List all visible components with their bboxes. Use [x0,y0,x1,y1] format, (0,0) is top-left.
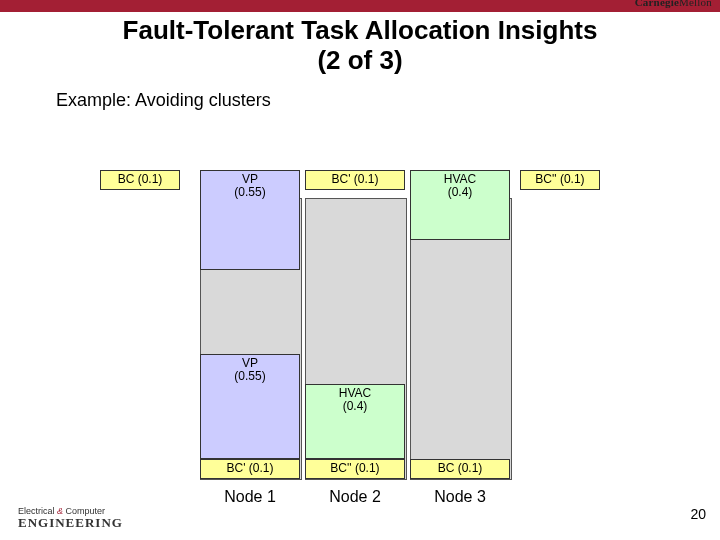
task-vp: VP (0.55) [200,170,300,270]
task-bc: BC (0.1) [100,170,180,190]
node3-bc: BC (0.1) [410,459,510,479]
task-bc2: BC'' (0.1) [520,170,600,190]
dept-line2: ENGINEERING [18,516,123,530]
brand-part1: Carnegie [635,0,679,8]
example-label: Example: Avoiding clusters [56,90,720,111]
node2-hvac: HVAC (0.4) [305,384,405,459]
title-line2: (2 of 3) [317,45,402,75]
allocation-diagram: BC (0.1) VP (0.55) BC' (0.1) HVAC (0.4) … [100,170,660,510]
task-hvac-label2: (0.4) [411,186,509,199]
task-bc1-label: BC' (0.1) [306,173,404,186]
node2-label: Node 2 [305,488,405,506]
task-hvac: HVAC (0.4) [410,170,510,240]
node2-hvac-label2: (0.4) [306,400,404,413]
brand-part2: Mellon [679,0,712,8]
node1-vp: VP (0.55) [200,354,300,459]
node3-bc-label: BC (0.1) [411,462,509,475]
node1-vp-label2: (0.55) [201,370,299,383]
slide-title: Fault-Tolerant Task Allocation Insights … [40,16,680,76]
slide-number: 20 [690,506,706,522]
node2-bc2: BC'' (0.1) [305,459,405,479]
cmu-wordmark: CarnegieMellon [635,0,712,8]
node1-bc1-label: BC' (0.1) [201,462,299,475]
node2-bc2-label: BC'' (0.1) [306,462,404,475]
task-vp-label2: (0.55) [201,186,299,199]
dept-logo: Electrical & Computer ENGINEERING [18,507,123,530]
title-line1: Fault-Tolerant Task Allocation Insights [123,15,598,45]
node1-bc1: BC' (0.1) [200,459,300,479]
brand-bar: CarnegieMellon [0,0,720,12]
node3-label: Node 3 [410,488,510,506]
task-bc-label: BC (0.1) [101,173,179,186]
task-bc2-label: BC'' (0.1) [521,173,599,186]
node3-bar [410,198,512,480]
task-bc1: BC' (0.1) [305,170,405,190]
node1-label: Node 1 [200,488,300,506]
